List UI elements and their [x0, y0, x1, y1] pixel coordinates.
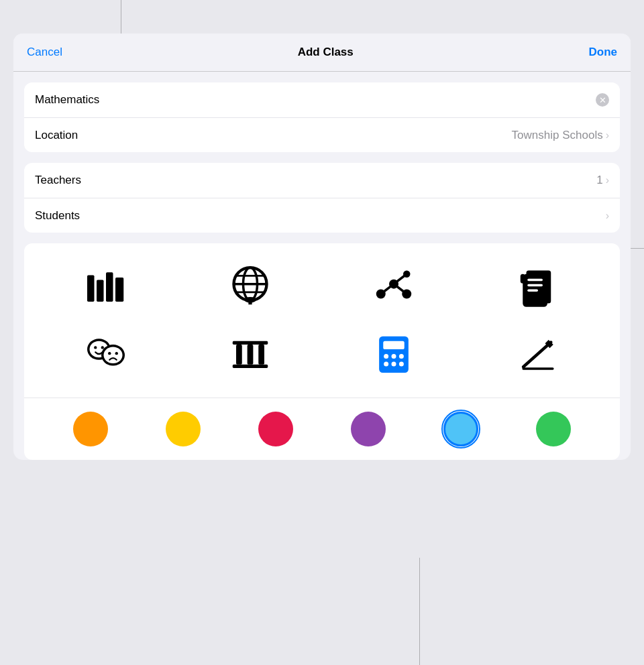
- svg-point-40: [392, 354, 396, 359]
- svg-rect-2: [106, 272, 113, 302]
- location-chevron-icon: ›: [606, 129, 609, 141]
- calculator-icon-cell[interactable]: [325, 324, 463, 384]
- svg-rect-3: [115, 278, 123, 302]
- location-label: Location: [35, 129, 512, 142]
- color-green[interactable]: [536, 412, 571, 446]
- globe-icon-cell[interactable]: [182, 257, 319, 317]
- class-name-input[interactable]: [35, 93, 596, 107]
- svg-point-44: [399, 361, 404, 366]
- svg-rect-20: [527, 279, 543, 282]
- scroll-icon: [515, 263, 561, 310]
- svg-rect-38: [384, 341, 405, 349]
- done-button[interactable]: Done: [589, 46, 618, 59]
- modal: Cancel Add Class Done ✕ Location Townshi…: [13, 34, 631, 460]
- modal-header: Cancel Add Class Done: [13, 34, 631, 72]
- teachers-chevron-icon: ›: [606, 174, 609, 186]
- svg-point-27: [101, 346, 104, 349]
- library-icon: [83, 263, 129, 310]
- theater-icon: [83, 330, 129, 377]
- svg-point-39: [384, 354, 388, 359]
- network-icon-cell[interactable]: [325, 257, 463, 317]
- icon-grid: [38, 257, 606, 384]
- divider: [24, 398, 620, 398]
- svg-point-41: [399, 354, 404, 359]
- teachers-value: 1: [596, 174, 602, 187]
- svg-line-16: [394, 284, 407, 294]
- library-icon-cell[interactable]: [38, 257, 175, 317]
- clear-name-button[interactable]: ✕: [596, 93, 609, 107]
- columns-icon-cell[interactable]: [182, 324, 319, 384]
- pencil-icon-cell[interactable]: [470, 324, 607, 384]
- svg-rect-21: [527, 284, 543, 287]
- scroll-icon-cell[interactable]: [470, 257, 607, 317]
- class-info-section: ✕ Location Township Schools ›: [24, 82, 620, 152]
- students-chevron-icon: ›: [606, 210, 609, 222]
- svg-rect-22: [527, 290, 538, 292]
- svg-point-42: [384, 361, 388, 366]
- students-label: Students: [35, 209, 606, 223]
- svg-rect-32: [233, 365, 268, 368]
- class-name-row[interactable]: ✕: [24, 82, 620, 117]
- svg-rect-0: [87, 276, 95, 302]
- svg-point-43: [392, 361, 396, 366]
- svg-point-26: [94, 346, 97, 349]
- svg-point-29: [104, 347, 123, 364]
- network-icon: [370, 263, 417, 310]
- location-value: Township Schools: [512, 129, 603, 142]
- color-orange[interactable]: [73, 412, 108, 446]
- location-row[interactable]: Location Township Schools ›: [24, 117, 620, 152]
- svg-rect-10: [248, 299, 252, 305]
- color-pink[interactable]: [258, 412, 293, 446]
- color-blue[interactable]: [443, 412, 478, 446]
- icon-color-section: [24, 243, 620, 460]
- svg-rect-33: [233, 341, 268, 345]
- svg-point-30: [108, 352, 111, 355]
- cancel-button[interactable]: Cancel: [27, 46, 62, 59]
- color-purple[interactable]: [351, 412, 386, 446]
- svg-rect-35: [247, 345, 253, 365]
- modal-title: Add Class: [298, 46, 354, 59]
- teachers-label: Teachers: [35, 174, 596, 187]
- students-row[interactable]: Students ›: [24, 198, 620, 233]
- svg-line-15: [381, 284, 394, 294]
- svg-line-45: [523, 343, 551, 367]
- svg-point-31: [115, 352, 118, 355]
- svg-rect-36: [258, 345, 264, 365]
- theater-icon-cell[interactable]: [38, 324, 175, 384]
- teachers-row[interactable]: Teachers 1 ›: [24, 163, 620, 198]
- columns-icon: [227, 330, 274, 377]
- svg-line-17: [394, 274, 407, 284]
- pencil-icon: [515, 330, 561, 377]
- people-section: Teachers 1 › Students ›: [24, 163, 620, 233]
- svg-rect-34: [236, 345, 242, 365]
- globe-icon: [227, 263, 274, 310]
- svg-rect-23: [521, 274, 525, 284]
- color-yellow[interactable]: [166, 412, 201, 446]
- calculator-icon: [370, 330, 417, 377]
- color-picker: [38, 412, 606, 446]
- svg-rect-1: [97, 280, 104, 302]
